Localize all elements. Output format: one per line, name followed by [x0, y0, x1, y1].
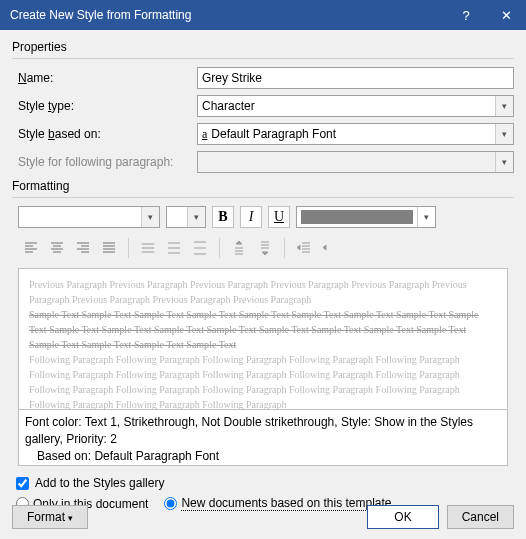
chevron-down-icon: ▾: [417, 207, 435, 227]
styletype-combo[interactable]: Character ▾: [197, 95, 514, 117]
preview-previous: Previous Paragraph Previous Paragraph Pr…: [29, 277, 497, 307]
add-gallery-checkbox[interactable]: [16, 477, 29, 490]
chevron-down-icon: ▾: [495, 96, 513, 116]
cancel-button[interactable]: Cancel: [447, 505, 514, 529]
desc-line2: Based on: Default Paragraph Font: [25, 448, 501, 465]
align-justify-icon: [96, 236, 122, 260]
divider: [12, 58, 514, 59]
styletype-value: Character: [202, 99, 495, 113]
ok-button[interactable]: OK: [367, 505, 438, 529]
underline-button[interactable]: U: [268, 206, 290, 228]
increase-indent-icon: [317, 236, 343, 260]
add-gallery-label[interactable]: Add to the Styles gallery: [35, 476, 164, 490]
dialog-title: Create New Style from Formatting: [10, 8, 446, 22]
chevron-down-icon: ▾: [141, 207, 159, 227]
chevron-down-icon: ▾: [495, 152, 513, 172]
help-button[interactable]: ?: [446, 0, 486, 30]
bold-button[interactable]: B: [212, 206, 234, 228]
spacing-1-icon: [135, 236, 161, 260]
align-center-icon: [44, 236, 70, 260]
name-label: Name:: [12, 71, 197, 85]
description-pane: Font color: Text 1, Strikethrough, Not D…: [18, 410, 508, 466]
properties-heading: Properties: [12, 40, 514, 54]
following-combo: ▾: [197, 151, 514, 173]
basedon-value: Default Paragraph Font: [211, 127, 495, 141]
color-combo[interactable]: ▾: [296, 206, 436, 228]
name-input[interactable]: [197, 67, 514, 89]
separator: [128, 238, 129, 258]
preview-following: Following Paragraph Following Paragraph …: [29, 352, 497, 410]
formatting-heading: Formatting: [12, 179, 514, 193]
chevron-down-icon: ▾: [187, 207, 205, 227]
basedon-label: Style based on:: [12, 127, 197, 141]
close-button[interactable]: ✕: [486, 0, 526, 30]
color-swatch: [301, 210, 413, 224]
decrease-indent-icon: [291, 236, 317, 260]
desc-line1: Font color: Text 1, Strikethrough, Not D…: [25, 414, 501, 448]
preview-sample: Sample Text Sample Text Sample Text Samp…: [29, 307, 497, 352]
align-left-icon: [18, 236, 44, 260]
dialog-content: Properties Name: Style type: Character ▾…: [0, 30, 526, 539]
spacing-2-icon: [187, 236, 213, 260]
titlebar: Create New Style from Formatting ? ✕: [0, 0, 526, 30]
basedon-combo[interactable]: a Default Paragraph Font ▾: [197, 123, 514, 145]
preview-pane: Previous Paragraph Previous Paragraph Pr…: [18, 268, 508, 410]
styletype-label: Style type:: [12, 99, 197, 113]
font-combo[interactable]: ▾: [18, 206, 160, 228]
chevron-down-icon: ▾: [495, 124, 513, 144]
size-combo[interactable]: ▾: [166, 206, 206, 228]
space-before-down-icon: [252, 236, 278, 260]
following-label: Style for following paragraph:: [12, 155, 197, 169]
divider: [12, 197, 514, 198]
separator: [284, 238, 285, 258]
italic-button[interactable]: I: [240, 206, 262, 228]
char-style-icon: a: [202, 127, 207, 142]
format-button[interactable]: Format: [12, 505, 88, 529]
spacing-1-5-icon: [161, 236, 187, 260]
separator: [219, 238, 220, 258]
space-before-up-icon: [226, 236, 252, 260]
align-right-icon: [70, 236, 96, 260]
